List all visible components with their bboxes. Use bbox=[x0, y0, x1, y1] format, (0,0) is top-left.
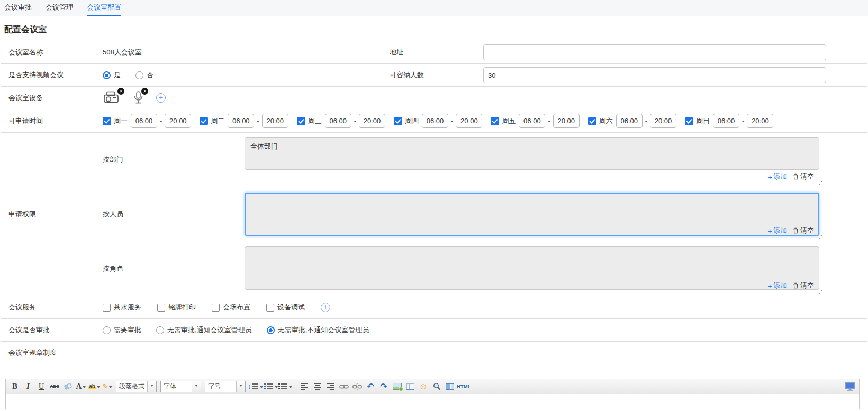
day-end-input[interactable] bbox=[262, 114, 288, 128]
insert-table-button[interactable] bbox=[404, 380, 417, 393]
by-department-label: 按部门 bbox=[95, 133, 243, 187]
align-right-button[interactable] bbox=[324, 380, 337, 393]
radio-checked-icon[interactable] bbox=[103, 71, 111, 79]
quick-format-button[interactable] bbox=[101, 380, 114, 393]
bold-button[interactable] bbox=[8, 380, 21, 393]
checkbox-unchecked-icon[interactable] bbox=[157, 304, 165, 312]
html-source-button[interactable]: HTML bbox=[457, 380, 471, 393]
day-end-input[interactable] bbox=[650, 114, 676, 128]
day-start-input[interactable] bbox=[422, 114, 448, 128]
service-venue-option[interactable]: 会场布置 bbox=[212, 303, 250, 312]
rules-editor-row: 段落格式 字体 字号 bbox=[1, 364, 867, 409]
remove-format-button[interactable] bbox=[61, 380, 74, 393]
add-service-icon[interactable] bbox=[321, 303, 330, 312]
clear-department-button[interactable]: 清空 bbox=[792, 172, 814, 181]
day-start-input[interactable] bbox=[228, 114, 254, 128]
chevron-down-icon bbox=[275, 386, 278, 390]
highlight-color-button[interactable] bbox=[88, 380, 101, 393]
ordered-list-button[interactable] bbox=[264, 380, 278, 393]
editor-content-area[interactable] bbox=[6, 394, 859, 409]
day-end-input[interactable] bbox=[359, 114, 385, 128]
font-family-select[interactable]: 字体 bbox=[160, 381, 201, 392]
day-end-input[interactable] bbox=[747, 114, 773, 128]
checkbox-unchecked-icon[interactable] bbox=[212, 304, 220, 312]
add-department-button[interactable]: 添加 bbox=[767, 172, 787, 181]
resize-handle-icon[interactable] bbox=[817, 235, 822, 241]
editor-toolbar: 段落格式 字体 字号 bbox=[6, 379, 859, 394]
preview-button[interactable] bbox=[430, 380, 443, 393]
service-tea-option[interactable]: 茶水服务 bbox=[103, 303, 141, 312]
tab-meeting-room-config[interactable]: 会议室配置 bbox=[87, 0, 121, 16]
approval-need-option[interactable]: 需要审批 bbox=[103, 325, 141, 335]
paragraph-format-select[interactable]: 段落格式 bbox=[116, 381, 157, 392]
capacity-input[interactable] bbox=[483, 67, 826, 83]
line-height-button[interactable] bbox=[248, 380, 263, 393]
unordered-list-button[interactable] bbox=[278, 380, 292, 393]
radio-unchecked-icon[interactable] bbox=[135, 71, 143, 79]
checkbox-unchecked-icon[interactable] bbox=[103, 304, 111, 312]
video-no-option[interactable]: 否 bbox=[135, 70, 153, 80]
add-equipment-icon[interactable] bbox=[156, 93, 166, 103]
underline-button[interactable] bbox=[35, 380, 48, 393]
unlink-button[interactable] bbox=[351, 380, 364, 393]
day-start-input[interactable] bbox=[713, 114, 739, 128]
fullscreen-button[interactable] bbox=[844, 380, 856, 393]
italic-button[interactable] bbox=[22, 380, 34, 393]
radio-unchecked-icon[interactable] bbox=[156, 326, 164, 334]
clear-role-button[interactable]: 清空 bbox=[792, 281, 814, 290]
day-start-input[interactable] bbox=[616, 114, 643, 128]
add-role-button[interactable]: 添加 bbox=[767, 281, 787, 290]
font-size-select[interactable]: 字号 bbox=[205, 381, 246, 392]
radio-unchecked-icon[interactable] bbox=[103, 326, 111, 334]
service-debug-option[interactable]: 设备调试 bbox=[266, 303, 305, 312]
insert-link-button[interactable] bbox=[338, 380, 350, 393]
day-checkbox-checked[interactable] bbox=[103, 117, 111, 125]
strikethrough-button[interactable] bbox=[48, 380, 61, 393]
add-person-button[interactable]: 添加 bbox=[767, 226, 787, 235]
day-end-input[interactable] bbox=[456, 114, 482, 128]
lines-icon bbox=[252, 383, 258, 389]
capacity-label: 可容纳人数 bbox=[382, 64, 472, 86]
insert-image-button[interactable] bbox=[391, 380, 403, 393]
day-checkbox-checked[interactable] bbox=[588, 117, 596, 125]
service-nameplate-option[interactable]: 铭牌打印 bbox=[157, 303, 196, 312]
permission-row-role: 按角色 添加 清空 bbox=[95, 241, 867, 296]
department-selection-box[interactable]: 全体部门 bbox=[245, 137, 819, 170]
day-end-input[interactable] bbox=[553, 114, 580, 128]
checkbox-unchecked-icon[interactable] bbox=[266, 304, 274, 312]
video-yes-option[interactable]: 是 bbox=[103, 70, 121, 80]
clear-person-button[interactable]: 清空 bbox=[792, 226, 814, 235]
redo-button[interactable]: ↷ bbox=[377, 380, 390, 393]
resize-handle-icon[interactable] bbox=[817, 181, 822, 187]
chevron-down-icon bbox=[147, 381, 156, 392]
resize-handle-icon[interactable] bbox=[817, 290, 822, 296]
day-checkbox-checked[interactable] bbox=[685, 117, 693, 125]
address-input[interactable] bbox=[483, 44, 826, 60]
undo-button[interactable]: ↶ bbox=[364, 380, 377, 393]
split-view-button[interactable] bbox=[444, 380, 456, 393]
approval-no-silent-option[interactable]: 无需审批,不通知会议室管理员 bbox=[267, 325, 369, 335]
remove-projector-icon[interactable] bbox=[117, 88, 124, 95]
person-selection-box[interactable] bbox=[245, 193, 819, 236]
align-left-button[interactable] bbox=[298, 380, 311, 393]
day-checkbox-checked[interactable] bbox=[491, 117, 499, 125]
tab-meeting-approval[interactable]: 会议审批 bbox=[4, 0, 32, 16]
day-start-input[interactable] bbox=[325, 114, 351, 128]
role-selection-box[interactable] bbox=[245, 246, 819, 290]
approval-no-notify-option[interactable]: 无需审批,通知会议室管理员 bbox=[156, 325, 252, 335]
rules-label: 会议室规章制度 bbox=[1, 342, 867, 364]
time-range-separator: - bbox=[451, 117, 453, 125]
day-checkbox-checked[interactable] bbox=[200, 117, 208, 125]
day-end-input[interactable] bbox=[165, 114, 191, 128]
radio-checked-icon[interactable] bbox=[267, 326, 275, 334]
align-center-button[interactable] bbox=[311, 380, 324, 393]
font-color-button[interactable] bbox=[75, 380, 87, 393]
day-start-input[interactable] bbox=[519, 114, 545, 128]
tab-meeting-management[interactable]: 会议管理 bbox=[46, 0, 73, 16]
emoticon-button[interactable]: ☺ bbox=[417, 380, 430, 393]
day-checkbox-checked[interactable] bbox=[297, 117, 305, 125]
numbered-list-icon bbox=[264, 383, 266, 389]
day-checkbox-checked[interactable] bbox=[394, 117, 402, 125]
remove-microphone-icon[interactable] bbox=[141, 88, 148, 95]
day-start-input[interactable] bbox=[131, 114, 157, 128]
